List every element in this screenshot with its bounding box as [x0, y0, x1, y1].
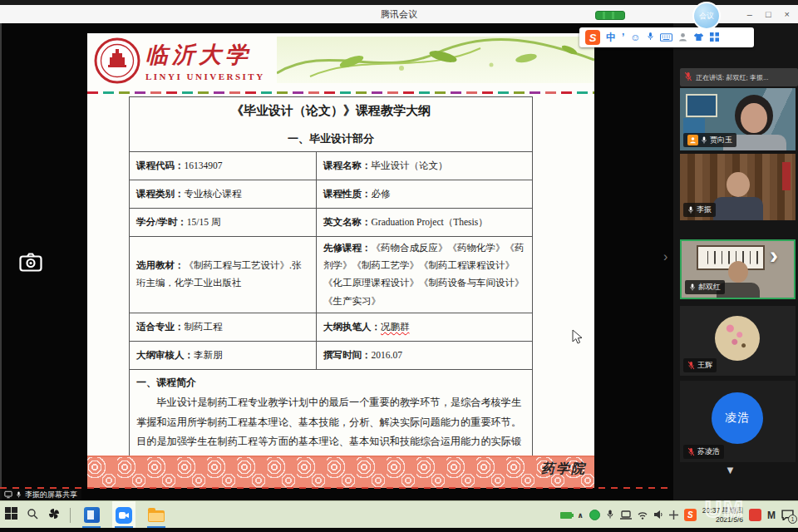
participant-face — [728, 261, 748, 283]
action-center-icon[interactable]: 1 — [781, 509, 795, 522]
multicolor-divider — [87, 91, 594, 94]
muted-mic-icon — [684, 70, 692, 85]
windows-taskbar: ∧ S 20:37 星期四 2021/5/6 M — [0, 500, 798, 529]
start-button[interactable] — [5, 507, 17, 523]
table-row: 选用教材：《制药工程与工艺设计》.张珩主编，化学工业出版社 先修课程：《药物合成… — [130, 236, 533, 313]
shared-document: 临沂大学 LINYI UNIVERSITY — [87, 33, 594, 487]
ime-emoji-icon[interactable]: ☺ — [630, 32, 640, 42]
scroll-down-icon[interactable]: ▼ — [725, 462, 736, 477]
cell-value: 李新朋 — [194, 350, 223, 360]
ime-punctuation-icon[interactable]: ’ — [622, 32, 624, 42]
mic-muted-icon — [687, 447, 695, 456]
participant-face — [727, 172, 750, 197]
cell-value: 2016.07 — [372, 350, 402, 360]
m-tray-icon[interactable]: M — [767, 510, 776, 521]
sogou-logo-icon[interactable]: S — [585, 30, 600, 45]
table-row: 学分/学时：15/15 周 英文名称：Graduation Project（Th… — [130, 208, 533, 236]
host-badge-icon — [687, 135, 698, 145]
mic-on-icon — [701, 135, 707, 145]
office-app-icon[interactable] — [80, 501, 103, 529]
stage-left-edge — [0, 23, 2, 500]
participant-video-haoshuanghong-active[interactable]: 郝双红 — [680, 239, 796, 299]
participant-tile-wanghui[interactable]: 王辉 — [680, 306, 796, 376]
participants-sidebar: ▲ 正在讲话: 郝双红; 李振... 贾向玉 — [673, 23, 798, 500]
ime-mic-icon[interactable] — [647, 30, 654, 45]
pinwheel-app-icon[interactable] — [47, 507, 61, 524]
tray-mic-icon[interactable] — [606, 508, 614, 523]
participant-name: 郝双红 — [698, 282, 721, 293]
bookshelf-accent — [782, 162, 791, 190]
cell-value-spellcheck: 况鹏群 — [381, 322, 410, 332]
tray-expand-icon[interactable]: ∧ — [578, 511, 584, 520]
ime-person-icon[interactable] — [678, 30, 687, 45]
mic-on-icon — [689, 283, 696, 292]
cell-label: 英文名称： — [323, 217, 372, 227]
monitor-icon — [4, 490, 12, 499]
camera-icon[interactable] — [17, 249, 45, 274]
participant-video-jiaxiangyu[interactable]: 贾向玉 — [680, 88, 796, 150]
file-explorer-icon[interactable] — [145, 501, 168, 529]
cell-value: 16134907 — [185, 160, 223, 170]
meeting-float-badge-label: 会议 — [699, 11, 714, 22]
window-titlebar: 腾讯会议 – □ × — [0, 5, 798, 24]
panel-collapse-icon[interactable]: › — [663, 249, 667, 264]
university-name-en: LINYI UNIVERSITY — [145, 71, 265, 81]
participant-name: 苏凌浩 — [697, 446, 720, 457]
scroll-down-glyph: ▼ — [725, 464, 736, 476]
video-watermark: UM — [705, 496, 745, 523]
battery-icon[interactable] — [560, 512, 572, 519]
speaking-indicator: 正在讲话: 郝双红; 李振... — [680, 68, 798, 86]
search-icon[interactable] — [27, 508, 38, 523]
mic-muted-icon — [687, 361, 695, 370]
participant-video-lizhen[interactable]: 李振 — [680, 154, 796, 220]
close-button[interactable]: × — [785, 9, 790, 19]
volume-tray-icon[interactable] — [653, 508, 663, 523]
cell-value: 毕业设计（论文） — [372, 160, 448, 170]
move-cross-tray-icon[interactable] — [669, 508, 678, 523]
share-banner-text: 李振的屏幕共享 — [25, 490, 77, 500]
cell-label: 适合专业： — [136, 322, 185, 332]
meeting-float-badge[interactable]: 会议 — [692, 2, 721, 30]
cell-label: 撰写时间： — [323, 350, 372, 360]
network-tray-icon[interactable] — [638, 508, 648, 523]
mic-on-icon — [16, 490, 22, 499]
taskbar-separator — [70, 508, 71, 523]
course-info-table: 《毕业设计（论文）》课程教学大纲 一、毕业设计部分 课程代码：16134907 … — [129, 96, 533, 476]
desktop-screenshot: 腾讯会议 – □ × 会议 临沂大学 — [0, 0, 798, 532]
cell-label: 先修课程： — [323, 243, 372, 253]
red-tray-icon[interactable] — [749, 509, 761, 521]
ime-keyboard-icon[interactable] — [660, 30, 672, 45]
participant-shoulders — [713, 197, 763, 220]
sogou-tray-icon[interactable]: S — [684, 509, 697, 521]
minimize-button[interactable]: – — [747, 9, 752, 19]
footer-decorative-band — [87, 456, 594, 488]
ime-language-toggle[interactable]: 中 — [606, 32, 616, 42]
table-row: 课程类别：专业核心课程 课程性质：必修 — [130, 180, 533, 208]
floral-decoration — [277, 37, 594, 83]
participant-face — [741, 103, 767, 133]
screen-share-banner: 李振的屏幕共享 — [0, 489, 81, 500]
recording-indicator — [595, 11, 625, 20]
cell-value: Graduation Project（Thesis） — [372, 217, 488, 227]
antivirus-tray-icon[interactable] — [589, 510, 600, 520]
initials-avatar: 凌浩 — [712, 392, 763, 444]
display-tray-icon[interactable] — [620, 508, 632, 523]
cell-value: 专业核心课程 — [185, 189, 242, 199]
cell-label: 选用教材： — [136, 260, 185, 270]
avatar-text: 凌浩 — [725, 411, 750, 426]
university-name-cn: 临沂大学 — [145, 40, 265, 70]
section-heading: 一、课程简介 — [136, 373, 525, 392]
cell-value: 必修 — [372, 189, 391, 199]
next-page-chevron[interactable]: › — [770, 241, 778, 269]
participant-name: 王辉 — [697, 360, 712, 371]
document-title: 《毕业设计（论文）》课程教学大纲 — [136, 100, 525, 123]
participant-tile-sulinghao[interactable]: 凌浩 苏凌浩 — [680, 381, 796, 462]
ime-skin-icon[interactable] — [693, 30, 704, 45]
ime-toolbox-icon[interactable] — [710, 30, 719, 45]
tencent-meeting-app-icon[interactable] — [112, 501, 135, 529]
wall-painting — [686, 94, 717, 117]
maximize-button[interactable]: □ — [766, 9, 771, 19]
university-seal-icon — [94, 37, 140, 87]
college-stamp: 药学院 — [541, 461, 586, 478]
cell-value: 15/15 周 — [187, 217, 221, 227]
